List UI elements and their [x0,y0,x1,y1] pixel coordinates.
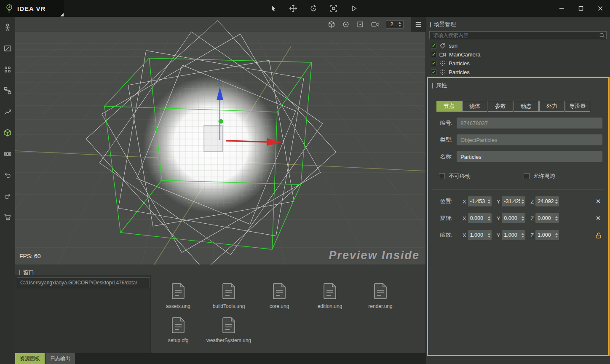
undo-icon[interactable] [0,164,15,185]
immovable-checkbox-item[interactable]: 不可移动 [439,172,524,180]
checkbox-checked[interactable]: ✓ [431,52,436,57]
tree-item-particles-2[interactable]: ✓ Particles [426,68,610,77]
character-tool-icon[interactable] [0,17,15,38]
group-tool-icon[interactable] [0,59,15,80]
rotation-z-input[interactable] [535,215,554,221]
file-item[interactable]: edition.ung [311,283,349,309]
stepper-arrows-icon[interactable] [554,199,559,204]
stepper-arrows-icon[interactable] [554,216,559,221]
tab-node[interactable]: 节点 [436,101,462,112]
scene-search-box[interactable] [429,31,607,39]
position-x-input[interactable] [468,198,487,204]
stepper-arrows-icon[interactable] [397,22,402,27]
type-field[interactable] [457,134,602,145]
name-label: 名称: [434,153,452,161]
file-item[interactable]: assets.ung [159,283,197,309]
tab-resource-panel[interactable]: 资源面板 [15,353,45,364]
path-text: C:/Users/yangxiaoya.GDICORP/Desktop/1476… [20,280,137,286]
tab-object[interactable]: 物体 [462,101,487,112]
stepper-arrows-icon[interactable] [520,233,525,238]
stepper-arrows-icon[interactable] [487,199,492,204]
rotation-x-input[interactable] [468,215,487,221]
rotation-x-stepper[interactable] [468,213,492,223]
rotation-y-stepper[interactable] [502,213,525,223]
camera-count-stepper[interactable] [386,20,404,29]
tab-flow[interactable]: 导流器 [565,101,590,112]
camera-icon[interactable] [371,21,379,28]
redo-icon[interactable] [0,185,15,206]
scale-lock-button[interactable] [594,232,602,239]
app-logo-area[interactable]: IDEA VR [0,0,64,17]
flags-row: 不可移动 允许漫游 [439,172,608,180]
checkbox-unchecked[interactable] [524,173,530,179]
rotate-tool-icon[interactable] [308,3,318,13]
stepper-arrows-icon[interactable] [554,233,559,238]
position-x-stepper[interactable] [468,196,492,206]
tab-params[interactable]: 参数 [488,101,513,112]
position-y-stepper[interactable] [502,196,525,206]
tree-item-maincamera[interactable]: ✓ MainCamera [426,50,610,59]
stepper-arrows-icon[interactable] [487,216,492,221]
rotation-y-input[interactable] [502,215,520,221]
maximize-button[interactable] [571,0,591,17]
move-tool-icon[interactable] [288,3,298,13]
rotation-reset-button[interactable]: ✕ [594,214,602,222]
viewport-menu-button[interactable] [411,17,425,32]
scale-x-stepper[interactable] [468,230,492,240]
region-select-icon[interactable] [356,21,364,28]
id-field[interactable] [457,118,602,128]
close-button[interactable] [591,0,610,17]
checkbox-checked[interactable]: ✓ [431,43,436,48]
position-y-input[interactable] [502,198,520,204]
tab-dynamic[interactable]: 动态 [514,101,539,112]
camera-count-input[interactable] [386,21,397,28]
file-item[interactable]: buildTools.ung [210,283,248,309]
cube-view-tool-icon[interactable] [0,122,15,143]
file-item[interactable]: weatherSystem.ung [210,317,248,343]
scale-tool-icon[interactable] [329,3,339,13]
stepper-arrows-icon[interactable] [520,216,525,221]
titlebar: IDEA VR [0,0,610,17]
position-z-input[interactable] [535,198,554,204]
scale-z-stepper[interactable] [535,230,559,240]
position-z-stepper[interactable] [535,196,559,206]
file-item[interactable]: setup.cfg [159,317,197,343]
minimize-button[interactable] [552,0,571,17]
focus-circle-icon[interactable] [342,21,350,28]
stepper-arrows-icon[interactable] [487,233,492,238]
edit-panel-tool-icon[interactable] [0,38,15,59]
scale-z-input[interactable] [535,232,554,238]
file-item[interactable]: core.ung [260,283,298,309]
tree-item-sun[interactable]: ✓ sun [426,41,610,50]
scale-y-input[interactable] [502,232,520,238]
header-bar-icon [430,22,431,27]
rotation-z-stepper[interactable] [535,213,559,223]
vr-goggles-tool-icon[interactable] [0,143,15,164]
select-tool-icon[interactable] [268,3,278,13]
name-field[interactable] [457,151,602,162]
path-field[interactable]: C:/Users/yangxiaoya.GDICORP/Desktop/1476… [17,277,150,288]
tree-item-particles-1[interactable]: ✓ Particles [426,59,610,68]
checkbox-unchecked[interactable] [439,173,445,179]
checkbox-checked[interactable]: ✓ [431,61,436,66]
wireframe-cube-icon[interactable] [328,21,335,28]
scene-search-input[interactable] [432,32,599,39]
file-item[interactable]: render.ung [361,283,399,309]
play-button-icon[interactable] [349,3,359,13]
chart-tool-icon[interactable] [0,101,15,122]
scale-x-input[interactable] [468,232,487,238]
scale-y-stepper[interactable] [502,230,525,240]
file-icon [171,283,185,300]
position-reset-button[interactable]: ✕ [594,198,602,205]
checkbox-checked[interactable]: ✓ [431,70,436,75]
main-toolbar [268,0,359,17]
cart-tool-icon[interactable] [0,206,15,228]
tab-force[interactable]: 外力 [539,101,565,112]
stepper-arrows-icon[interactable] [520,199,525,204]
node-graph-tool-icon[interactable] [0,80,15,101]
tab-log-output[interactable]: 日志输出 [45,353,75,364]
rotation-label: 旋转: [434,214,452,222]
allow-roam-checkbox-item[interactable]: 允许漫游 [524,172,608,180]
viewport-3d[interactable]: Z [15,17,425,265]
tree-item-label: Particles [449,60,470,67]
